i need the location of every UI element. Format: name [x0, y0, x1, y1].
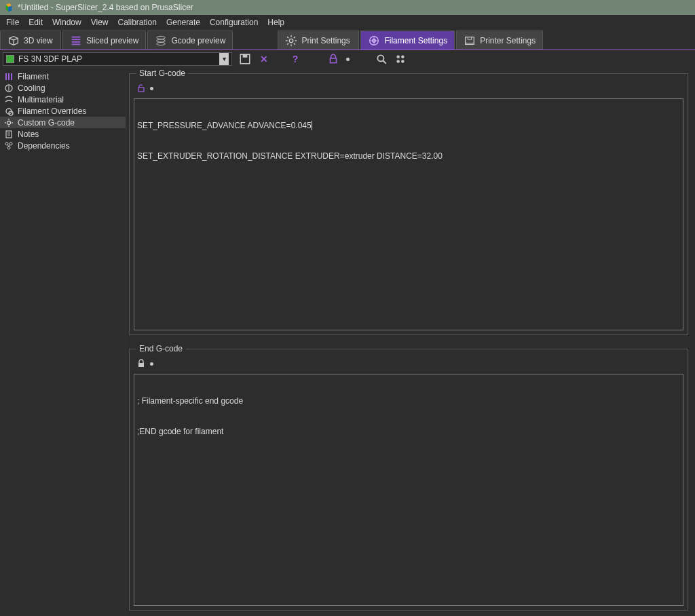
lock-icon[interactable]: [327, 53, 339, 65]
tab-gcode-preview[interactable]: Gcode preview: [147, 31, 233, 50]
svg-rect-44: [6, 131, 12, 138]
sidebar-item-filament[interactable]: Filament: [0, 71, 126, 82]
cube-icon: [7, 35, 20, 47]
sidebar-item-label: Filament Overrides: [18, 107, 86, 116]
menu-view[interactable]: View: [86, 16, 113, 28]
preset-select[interactable]: FS 3N 3DF PLAP ▾: [3, 52, 232, 66]
sidebar-item-label: Custom G-code: [18, 118, 75, 128]
fieldset-legend: End G-code: [136, 344, 185, 353]
fieldset-legend: Start G-code: [136, 69, 188, 78]
sidebar-item-label: Dependencies: [18, 141, 70, 151]
menu-help[interactable]: Help: [263, 16, 289, 28]
sidebar-item-multimaterial[interactable]: Multimaterial: [0, 94, 126, 105]
unlock-icon[interactable]: [136, 83, 146, 93]
end-gcode-textarea[interactable]: ; Filament-specific end gcode ;END gcode…: [134, 374, 683, 606]
tab-filament-settings[interactable]: Filament Settings: [360, 31, 455, 50]
menu-calibration[interactable]: Calibration: [113, 16, 162, 28]
stack-icon: [155, 35, 167, 47]
compare-icon[interactable]: [394, 53, 407, 65]
gcode-line: ;END gcode for filament: [137, 427, 680, 437]
sidebar-item-custom-gcode[interactable]: Custom G-code: [0, 117, 126, 128]
search-icon[interactable]: [375, 53, 388, 65]
svg-rect-33: [8, 73, 10, 80]
spool-icon: [4, 72, 14, 81]
lock-icon[interactable]: [136, 359, 146, 368]
color-swatch-icon: [6, 55, 14, 63]
app-icon: [4, 3, 14, 12]
save-icon[interactable]: [239, 53, 251, 65]
tab-3d-view[interactable]: 3D view: [0, 31, 61, 50]
tab-label: Printer Settings: [480, 36, 536, 45]
svg-rect-24: [243, 54, 248, 58]
multimaterial-icon: [4, 95, 14, 104]
tab-label: Print Settings: [301, 36, 350, 45]
menu-file[interactable]: File: [1, 16, 24, 28]
svg-rect-53: [138, 363, 144, 367]
tab-bar: 3D view Sliced preview Gcode preview Pri…: [0, 30, 695, 50]
override-icon: [4, 107, 14, 116]
gcode-line: SET_PRESSURE_ADVANCE ADVANCE=0.045: [137, 121, 680, 131]
svg-point-49: [7, 147, 10, 149]
tab-label: Filament Settings: [384, 36, 447, 45]
menu-configuration[interactable]: Configuration: [205, 16, 263, 28]
fan-icon: [4, 83, 14, 93]
tool-strip: FS 3N 3DF PLAP ▾ ✕ ?: [0, 50, 695, 68]
sidebar-item-label: Notes: [18, 130, 39, 139]
svg-point-4: [157, 36, 166, 39]
svg-rect-34: [11, 73, 12, 80]
modified-dot-icon: [346, 58, 350, 61]
svg-line-13: [294, 43, 295, 44]
start-gcode-textarea[interactable]: SET_PRESSURE_ADVANCE ADVANCE=0.045 SET_E…: [134, 98, 683, 330]
sidebar-item-label: Multimaterial: [18, 95, 64, 104]
svg-point-29: [401, 55, 405, 58]
notes-icon: [4, 130, 14, 139]
tab-sliced-preview[interactable]: Sliced preview: [62, 31, 146, 50]
sidebar-item-dependencies[interactable]: Dependencies: [0, 140, 126, 151]
svg-point-28: [396, 55, 400, 58]
field-header: [134, 82, 683, 98]
svg-point-7: [290, 39, 293, 42]
start-gcode-fieldset: Start G-code SET_PRESSURE_ADVANCE ADVANC…: [129, 73, 688, 335]
sidebar-item-label: Filament: [18, 72, 49, 81]
svg-line-15: [294, 37, 295, 38]
sidebar: Filament Cooling Multimaterial Filament …: [0, 68, 126, 616]
tab-label: 3D view: [24, 36, 53, 45]
sidebar-item-filament-overrides[interactable]: Filament Overrides: [0, 105, 126, 117]
svg-rect-1: [72, 39, 81, 40]
end-gcode-fieldset: End G-code ; Filament-specific end gcode…: [129, 349, 688, 611]
preset-name: FS 3N 3DF PLAP: [18, 54, 215, 64]
svg-point-5: [157, 39, 166, 41]
svg-line-14: [288, 43, 289, 44]
dependencies-icon: [4, 141, 14, 151]
svg-point-39: [7, 121, 11, 124]
help-icon[interactable]: ?: [289, 53, 301, 65]
svg-rect-25: [331, 58, 337, 63]
svg-point-6: [157, 42, 166, 45]
sidebar-item-cooling[interactable]: Cooling: [0, 82, 126, 94]
tab-print-settings[interactable]: Print Settings: [278, 31, 359, 50]
gear-icon: [285, 35, 297, 47]
menu-bar: File Edit Window View Calibration Genera…: [0, 15, 695, 30]
printer-icon: [464, 35, 476, 47]
gear-icon: [4, 118, 14, 128]
svg-line-27: [383, 60, 386, 64]
sidebar-item-label: Cooling: [18, 83, 45, 93]
chevron-down-icon[interactable]: ▾: [219, 53, 229, 65]
modified-dot-icon: [150, 362, 153, 366]
gcode-line: SET_EXTRUDER_ROTATION_DISTANCE EXTRUDER=…: [137, 151, 680, 161]
tab-label: Sliced preview: [86, 36, 138, 45]
menu-window[interactable]: Window: [48, 16, 86, 28]
svg-rect-3: [72, 43, 81, 45]
svg-rect-0: [72, 36, 81, 37]
tab-printer-settings[interactable]: Printer Settings: [456, 31, 543, 50]
field-header: [134, 358, 683, 374]
modified-dot-icon: [150, 87, 153, 90]
gcode-line: ; Filament-specific end gcode: [137, 396, 680, 406]
menu-edit[interactable]: Edit: [24, 16, 48, 28]
layers-icon: [70, 35, 82, 47]
sidebar-item-notes[interactable]: Notes: [0, 128, 126, 140]
menu-generate[interactable]: Generate: [162, 16, 205, 28]
svg-point-26: [377, 55, 383, 61]
tab-label: Gcode preview: [171, 36, 225, 45]
delete-icon[interactable]: ✕: [258, 53, 270, 65]
